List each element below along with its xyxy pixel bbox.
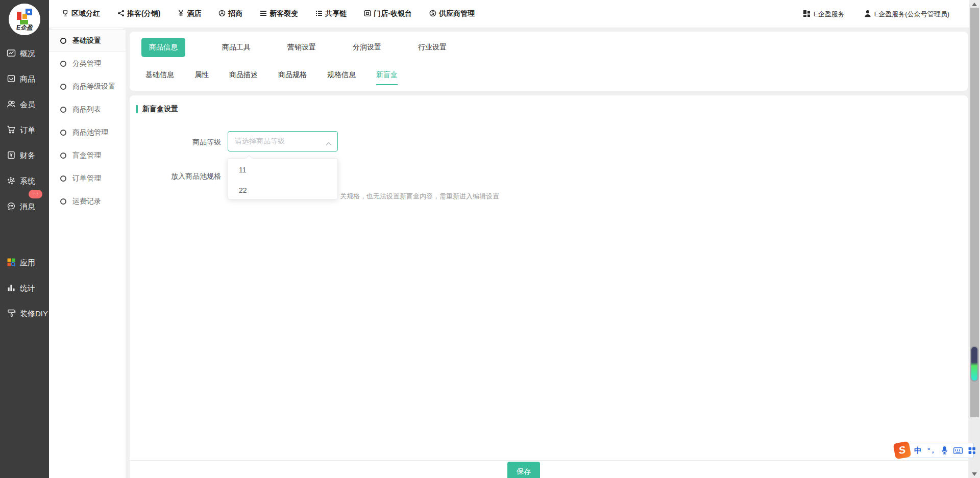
- submenu-item-blindbox[interactable]: 盲盒管理: [49, 144, 126, 167]
- message-icon: [7, 202, 16, 212]
- sidebar-label: 会员: [20, 100, 35, 110]
- ime-punctuation-toggle[interactable]: °，: [927, 446, 936, 455]
- secondary-tabs: 基础信息 属性 商品描述 商品规格 规格信息 新盲盒: [145, 70, 398, 85]
- subtab-new-blindbox[interactable]: 新盲盒: [376, 70, 398, 85]
- sidebar-item-stats[interactable]: 统计: [0, 280, 49, 297]
- tab-industry[interactable]: 行业设置: [418, 43, 447, 52]
- toolbox-grid-icon[interactable]: [968, 447, 976, 455]
- keyboard-icon[interactable]: [953, 447, 963, 454]
- user-icon: [864, 10, 871, 19]
- logo-text: E企盈: [9, 23, 40, 32]
- radio-circle-icon: [60, 198, 66, 205]
- scroll-progress-pill: [970, 346, 978, 382]
- dropdown-option-22[interactable]: 22: [228, 180, 337, 200]
- subtab-spec-info[interactable]: 规格信息: [327, 70, 356, 84]
- subtab-basic-info[interactable]: 基础信息: [145, 70, 174, 84]
- sidebar-item-goods[interactable]: 商品: [0, 70, 49, 88]
- page-scrollbar[interactable]: [969, 0, 980, 478]
- submenu-label: 运费记录: [72, 197, 101, 206]
- topnav-item-new-customer[interactable]: 新客裂变: [260, 9, 298, 18]
- submenu-item-goods-list[interactable]: 商品列表: [49, 98, 126, 121]
- sidebar-item-members[interactable]: 会员: [0, 96, 49, 113]
- submenu-label: 盲盒管理: [72, 151, 101, 160]
- workspace-switcher[interactable]: E企盈服务: [803, 10, 845, 19]
- tab-profit-sharing[interactable]: 分润设置: [353, 43, 381, 52]
- footer-divider: [130, 460, 968, 461]
- radio-circle-icon: [60, 38, 66, 44]
- sidebar-item-apps[interactable]: 应用: [0, 254, 49, 271]
- top-nav-right: E企盈服务 E企盈服务(公众号管理员): [803, 0, 949, 28]
- ime-mode-toggle[interactable]: 中: [914, 446, 922, 456]
- sidebar-item-system[interactable]: 系统: [0, 172, 49, 190]
- secondary-menu: 基础设置 分类管理 商品等级设置 商品列表 商品池管理 盲盒管理 订单管理 运费…: [49, 28, 126, 478]
- pool-field-label: 放入商品池规格: [155, 172, 221, 181]
- submenu-item-level-settings[interactable]: 商品等级设置: [49, 75, 126, 98]
- topnav-label: 区域分红: [71, 9, 100, 18]
- subtab-attributes[interactable]: 属性: [194, 70, 209, 84]
- menu-lines-icon: [260, 10, 267, 18]
- overview-icon: [7, 48, 16, 59]
- diy-icon: [7, 309, 16, 319]
- sidebar-label: 系统: [20, 177, 35, 186]
- sogou-logo-icon[interactable]: S: [893, 441, 912, 460]
- topnav-item-promoter[interactable]: 推客(分销): [117, 9, 160, 18]
- subtab-spec[interactable]: 商品规格: [278, 70, 307, 84]
- tab-goods-tools[interactable]: 商品工具: [222, 43, 251, 52]
- submenu-item-freight[interactable]: 运费记录: [49, 190, 126, 213]
- main-sidebar: E企盈 概况 商品 会员 订单 财务 系统 消息 ···: [0, 0, 49, 478]
- scroll-down-icon[interactable]: [972, 472, 977, 476]
- sidebar-item-overview[interactable]: 概况: [0, 45, 49, 62]
- trophy-icon: [62, 10, 69, 18]
- sidebar-label: 概况: [20, 49, 35, 59]
- app-logo: E企盈: [9, 4, 40, 35]
- scroll-up-icon[interactable]: [972, 3, 977, 6]
- tab-marketing[interactable]: 营销设置: [287, 43, 316, 52]
- save-button[interactable]: 保存: [507, 462, 540, 478]
- topnav-item-supplier[interactable]: 供应商管理: [429, 9, 475, 18]
- product-level-select[interactable]: 请选择商品等级: [228, 131, 338, 152]
- topnav-item-store-cashier[interactable]: 门店-收银台: [364, 9, 412, 18]
- tab-goods-info[interactable]: 商品信息: [141, 38, 185, 57]
- radio-circle-icon: [60, 107, 66, 113]
- pinwheel-icon: [218, 10, 226, 18]
- sidebar-label: 财务: [20, 151, 35, 161]
- submenu-item-category[interactable]: 分类管理: [49, 52, 126, 75]
- microphone-icon[interactable]: [941, 446, 948, 455]
- topnav-item-hotel[interactable]: 酒店: [178, 9, 201, 18]
- sidebar-item-finance[interactable]: 财务: [0, 147, 49, 164]
- topnav-label: 门店-收银台: [374, 9, 412, 18]
- goods-icon: [7, 74, 16, 85]
- topnav-label: 酒店: [187, 9, 201, 18]
- topnav-label: 招商: [228, 9, 242, 18]
- message-badge: ···: [29, 190, 42, 198]
- account-menu[interactable]: E企盈服务(公众号管理员): [864, 10, 949, 19]
- account-label: E企盈服务(公众号管理员): [874, 10, 949, 19]
- submenu-item-goods-pool[interactable]: 商品池管理: [49, 121, 126, 144]
- share-icon: [117, 10, 125, 18]
- submenu-label: 商品池管理: [72, 128, 108, 137]
- submenu-item-basic-settings[interactable]: 基础设置: [49, 29, 126, 52]
- radio-circle-icon: [60, 175, 66, 182]
- apps-icon: [7, 258, 16, 268]
- primary-tabs: 商品信息 商品工具 营销设置 分润设置 行业设置: [141, 38, 447, 57]
- sidebar-label: 商品: [20, 74, 35, 84]
- member-icon: [7, 99, 16, 110]
- sidebar-item-diy[interactable]: 装修DIY: [0, 305, 49, 322]
- content-card: 新盲盒设置 商品等级 请选择商品等级 放入商品池规格 关规格，也无法设置新盲盒内…: [130, 95, 968, 478]
- sidebar-item-orders[interactable]: 订单: [0, 121, 49, 139]
- supplier-icon: [429, 10, 436, 18]
- topnav-label: 共享链: [325, 9, 347, 18]
- dropdown-option-11[interactable]: 11: [228, 160, 337, 180]
- subtab-description[interactable]: 商品描述: [229, 70, 258, 84]
- radio-circle-icon: [60, 130, 66, 136]
- sidebar-item-messages[interactable]: 消息 ···: [0, 198, 49, 215]
- section-title: 新盲盒设置: [142, 105, 178, 114]
- top-nav: 区域分红 推客(分销) 酒店 招商 新客裂变 共享链: [49, 0, 980, 28]
- topnav-item-investment[interactable]: 招商: [218, 9, 242, 18]
- topnav-item-region-dividend[interactable]: 区域分红: [62, 9, 100, 18]
- submenu-item-order-mgmt[interactable]: 订单管理: [49, 167, 126, 190]
- top-nav-items: 区域分红 推客(分销) 酒店 招商 新客裂变 共享链: [62, 9, 475, 18]
- topnav-item-share-chain[interactable]: 共享链: [315, 9, 347, 18]
- order-icon: [7, 125, 16, 136]
- topnav-label: 推客(分销): [127, 9, 160, 18]
